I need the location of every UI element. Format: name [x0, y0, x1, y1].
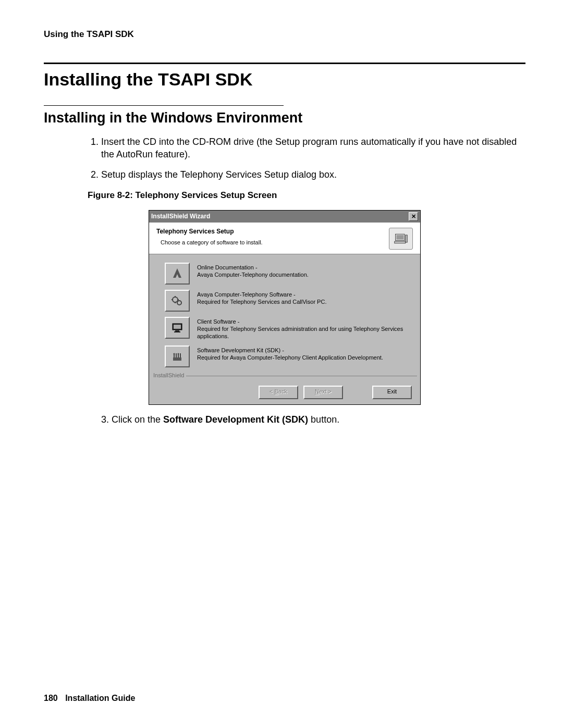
installshield-dialog: InstallShield Wizard ✕ Telephony Service…	[149, 210, 421, 405]
step3-bold: Software Development Kit (SDK)	[163, 414, 308, 425]
figure-caption: Figure 8-2: Telephony Services Setup Scr…	[88, 190, 525, 201]
svg-rect-2	[395, 241, 406, 243]
option-title: Software Development Kit (SDK) -	[197, 347, 383, 354]
option-desc: Required for Telephony Services administ…	[197, 325, 412, 340]
step-item: Setup displays the Telephony Services Se…	[101, 168, 525, 181]
dialog-heading: Telephony Services Setup	[156, 228, 385, 235]
group-label: InstallShield	[151, 372, 186, 378]
next-button[interactable]: Next >	[303, 386, 343, 399]
documentation-button[interactable]	[165, 263, 190, 285]
page-footer: 180 Installation Guide	[44, 694, 135, 703]
sdk-button[interactable]	[165, 346, 190, 367]
svg-rect-10	[173, 357, 181, 361]
dialog-header: Telephony Services Setup Choose a catego…	[149, 223, 420, 254]
monitor-icon	[171, 322, 183, 334]
button-group: InstallShield < Back Next > Exit	[152, 376, 417, 404]
step-item: Insert the CD into the CD-ROM drive (the…	[101, 135, 525, 161]
tools-icon	[171, 350, 183, 363]
wizard-computer-icon	[389, 228, 413, 250]
svg-rect-9	[174, 331, 180, 332]
step3-pre: 3. Click on the	[101, 414, 163, 425]
svg-point-4	[173, 297, 178, 302]
dialog-title-text: InstallShield Wizard	[151, 213, 210, 220]
svg-rect-7	[174, 325, 181, 329]
option-desc: Avaya Computer-Telephony documentation.	[197, 271, 309, 278]
step-3: 3. Click on the Software Development Kit…	[112, 414, 525, 425]
step-list: Insert the CD into the CD-ROM drive (the…	[101, 135, 525, 181]
svg-rect-3	[406, 235, 408, 242]
option-row-client: Client Software - Required for Telephony…	[165, 317, 412, 340]
back-button[interactable]: < Back	[259, 386, 298, 399]
client-software-button[interactable]	[165, 317, 190, 339]
doc-title: Installation Guide	[65, 694, 135, 702]
svg-point-12	[178, 353, 179, 354]
step3-post: button.	[308, 414, 339, 425]
document-page: Using the TSAPI SDK Installing the TSAPI…	[0, 0, 563, 728]
running-header: Using the TSAPI SDK	[44, 29, 525, 40]
dialog-subheading: Choose a category of software to install…	[161, 239, 385, 245]
svg-point-11	[174, 353, 175, 354]
option-title: Avaya Computer-Telephony Software -	[197, 291, 326, 298]
horizontal-rule	[44, 63, 525, 64]
dialog-titlebar: InstallShield Wizard ✕	[149, 211, 420, 223]
page-number: 180	[44, 694, 58, 702]
gears-icon	[171, 294, 183, 307]
option-row-software: Avaya Computer-Telephony Software - Requ…	[165, 290, 412, 312]
svg-rect-8	[175, 330, 179, 331]
option-row-sdk: Software Development Kit (SDK) - Require…	[165, 346, 412, 367]
page-title: Installing the TSAPI SDK	[44, 69, 525, 90]
telephony-software-button[interactable]	[165, 290, 190, 312]
svg-point-5	[177, 301, 181, 305]
option-desc: Required for Telephony Services and Call…	[197, 298, 326, 305]
section-title: Installing in the Windows Environment	[44, 110, 525, 126]
close-icon[interactable]: ✕	[409, 212, 418, 221]
option-title: Online Documentation -	[197, 264, 309, 271]
thin-rule	[44, 105, 284, 106]
exit-button[interactable]: Exit	[372, 386, 412, 399]
svg-rect-1	[396, 235, 403, 240]
dialog-body: Online Documentation - Avaya Computer-Te…	[149, 254, 420, 375]
option-row-documentation: Online Documentation - Avaya Computer-Te…	[165, 263, 412, 285]
pdf-icon	[171, 267, 183, 280]
option-title: Client Software -	[197, 318, 412, 325]
option-desc: Required for Avaya Computer-Telephony Cl…	[197, 354, 383, 361]
